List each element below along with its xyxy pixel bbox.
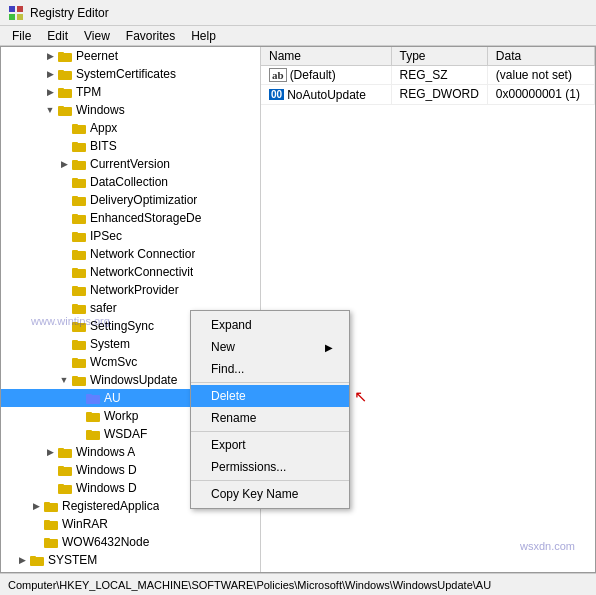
svg-rect-53 bbox=[58, 484, 64, 487]
context-menu-permissions[interactable]: Permissions... bbox=[191, 456, 349, 478]
context-menu-delete[interactable]: Delete ↖ bbox=[191, 385, 349, 407]
folder-icon-networkprovider bbox=[71, 282, 87, 298]
folder-icon-hkeyusers bbox=[19, 570, 35, 572]
folder-icon-networkconnectivity bbox=[71, 264, 87, 280]
folder-icon-windowsD1 bbox=[57, 462, 73, 478]
svg-rect-11 bbox=[58, 106, 64, 109]
expander-system2[interactable]: ▶ bbox=[15, 551, 29, 569]
tree-item-peernet[interactable]: ▶ Peernet bbox=[1, 47, 260, 65]
tree-item-networkconnection[interactable]: Network Connectior bbox=[1, 245, 260, 263]
svg-rect-29 bbox=[72, 268, 78, 271]
expander-settingsync bbox=[57, 317, 71, 335]
svg-rect-19 bbox=[72, 178, 78, 181]
expander-windowsupdate[interactable]: ▼ bbox=[57, 371, 71, 389]
tree-item-systemcerts[interactable]: ▶ SystemCertificates bbox=[1, 65, 260, 83]
registry-table: Name Type Data ab (Default) REG_SZ (valu… bbox=[261, 47, 595, 105]
dword-icon: 00 bbox=[269, 89, 284, 100]
tree-item-deliveryopt[interactable]: DeliveryOptimizatior bbox=[1, 191, 260, 209]
svg-rect-49 bbox=[58, 448, 64, 451]
tree-item-datacollection[interactable]: DataCollection bbox=[1, 173, 260, 191]
expander-appx bbox=[57, 119, 71, 137]
expander-windows[interactable]: ▼ bbox=[43, 101, 57, 119]
folder-icon-datacollection bbox=[71, 174, 87, 190]
svg-rect-27 bbox=[72, 250, 78, 253]
label-winrar: WinRAR bbox=[62, 517, 108, 531]
svg-rect-25 bbox=[72, 232, 78, 235]
svg-rect-23 bbox=[72, 214, 78, 217]
svg-rect-33 bbox=[72, 304, 78, 307]
svg-rect-59 bbox=[44, 538, 50, 541]
label-wsdaf: WSDAF bbox=[104, 427, 147, 441]
tree-item-wow6432node[interactable]: WOW6432Node bbox=[1, 533, 260, 551]
context-menu-expand[interactable]: Expand bbox=[191, 314, 349, 336]
expander-winrar bbox=[29, 515, 43, 533]
expander-networkconnection bbox=[57, 245, 71, 263]
context-menu-copykeyname[interactable]: Copy Key Name bbox=[191, 483, 349, 505]
label-registeredapplica: RegisteredApplica bbox=[62, 499, 159, 513]
expander-networkprovider bbox=[57, 281, 71, 299]
svg-rect-43 bbox=[86, 394, 92, 397]
tree-item-networkprovider[interactable]: NetworkProvider bbox=[1, 281, 260, 299]
menu-help[interactable]: Help bbox=[183, 28, 224, 44]
expander-hkeyusers[interactable]: ▶ bbox=[5, 569, 19, 572]
expander-peernet[interactable]: ▶ bbox=[43, 47, 57, 65]
table-row[interactable]: 00 NoAutoUpdate REG_DWORD 0x00000001 (1) bbox=[261, 85, 595, 105]
app-icon bbox=[8, 5, 24, 21]
menu-edit[interactable]: Edit bbox=[39, 28, 76, 44]
table-row[interactable]: ab (Default) REG_SZ (value not set) bbox=[261, 66, 595, 85]
tree-item-ipsec[interactable]: IPSec bbox=[1, 227, 260, 245]
status-path: Computer\HKEY_LOCAL_MACHINE\SOFTWARE\Pol… bbox=[8, 579, 491, 591]
tree-item-hkeyusers[interactable]: ▶ HKEY_USERS bbox=[1, 569, 260, 572]
context-menu-find[interactable]: Find... bbox=[191, 358, 349, 380]
folder-icon-wow6432node bbox=[43, 534, 59, 550]
tree-item-windows[interactable]: ▼ Windows bbox=[1, 101, 260, 119]
folder-icon-wsdaf bbox=[85, 426, 101, 442]
tree-item-appx[interactable]: Appx bbox=[1, 119, 260, 137]
expander-tpm[interactable]: ▶ bbox=[43, 83, 57, 101]
svg-rect-39 bbox=[72, 358, 78, 361]
context-menu-rename[interactable]: Rename bbox=[191, 407, 349, 429]
label-networkconnectivity: NetworkConnectivit bbox=[90, 265, 193, 279]
tree-item-system2[interactable]: ▶ SYSTEM bbox=[1, 551, 260, 569]
expander-registeredapplica[interactable]: ▶ bbox=[29, 497, 43, 515]
svg-rect-1 bbox=[17, 6, 23, 12]
expander-windowsA[interactable]: ▶ bbox=[43, 443, 57, 461]
svg-rect-2 bbox=[9, 14, 15, 20]
label-windowsD2: Windows D bbox=[76, 481, 137, 495]
status-bar: Computer\HKEY_LOCAL_MACHINE\SOFTWARE\Pol… bbox=[0, 573, 596, 595]
folder-icon-registeredapplica bbox=[43, 498, 59, 514]
tree-item-tpm[interactable]: ▶ TPM bbox=[1, 83, 260, 101]
svg-rect-51 bbox=[58, 466, 64, 469]
folder-icon-safer bbox=[71, 300, 87, 316]
expander-bits bbox=[57, 137, 71, 155]
cell-name-0: ab (Default) bbox=[261, 66, 391, 85]
svg-rect-7 bbox=[58, 70, 64, 73]
tree-item-bits[interactable]: BITS bbox=[1, 137, 260, 155]
context-menu-export[interactable]: Export bbox=[191, 434, 349, 456]
folder-icon-enhancedstorage bbox=[71, 210, 87, 226]
col-data: Data bbox=[487, 47, 594, 66]
tree-item-enhancedstorage[interactable]: EnhancedStorageDe bbox=[1, 209, 260, 227]
folder-icon-windowsA bbox=[57, 444, 73, 460]
context-menu: Expand New ▶ Find... Delete ↖ Rename Exp… bbox=[190, 310, 350, 509]
menu-view[interactable]: View bbox=[76, 28, 118, 44]
tree-item-currentversion[interactable]: ▶ CurrentVersion bbox=[1, 155, 260, 173]
menu-file[interactable]: File bbox=[4, 28, 39, 44]
cell-name-1: 00 NoAutoUpdate bbox=[261, 85, 391, 105]
expander-currentversion[interactable]: ▶ bbox=[57, 155, 71, 173]
folder-icon-bits bbox=[71, 138, 87, 154]
expander-wcmsvc bbox=[57, 353, 71, 371]
svg-rect-3 bbox=[17, 14, 23, 20]
svg-rect-35 bbox=[72, 322, 78, 325]
label-ipsec: IPSec bbox=[90, 229, 122, 243]
tree-item-winrar[interactable]: WinRAR bbox=[1, 515, 260, 533]
context-menu-separator-2 bbox=[191, 431, 349, 432]
expander-systemcerts[interactable]: ▶ bbox=[43, 65, 57, 83]
title-text: Registry Editor bbox=[30, 6, 109, 20]
label-workp: Workp bbox=[104, 409, 138, 423]
context-menu-new[interactable]: New ▶ bbox=[191, 336, 349, 358]
menu-favorites[interactable]: Favorites bbox=[118, 28, 183, 44]
context-menu-separator-3 bbox=[191, 480, 349, 481]
tree-item-networkconnectivity[interactable]: NetworkConnectivit bbox=[1, 263, 260, 281]
folder-icon-windowsupdate bbox=[71, 372, 87, 388]
